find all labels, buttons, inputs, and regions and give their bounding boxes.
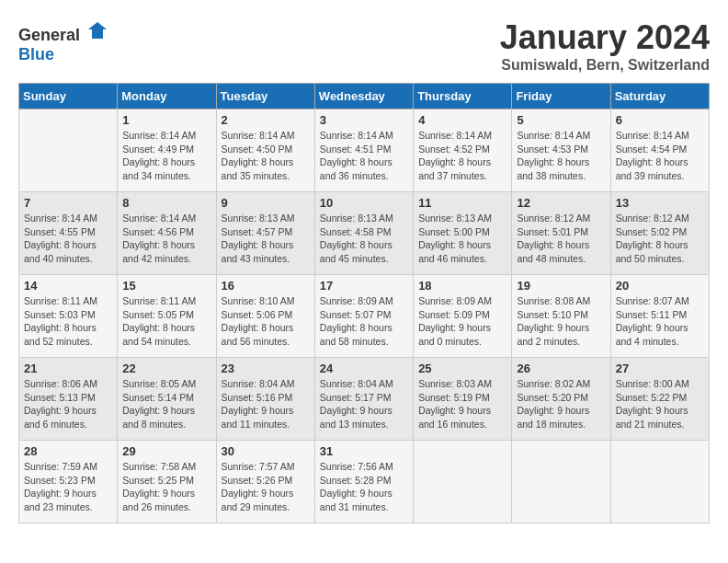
cell-info: Sunrise: 8:14 AM Sunset: 4:53 PM Dayligh… [517,129,605,183]
cell-info: Sunrise: 8:14 AM Sunset: 4:52 PM Dayligh… [418,129,506,183]
day-number: 7 [24,196,112,210]
cell-info: Sunrise: 8:02 AM Sunset: 5:20 PM Dayligh… [517,377,605,431]
day-number: 15 [122,279,210,293]
logo-text: General Blue [18,18,108,64]
calendar-cell: 15Sunrise: 8:11 AM Sunset: 5:05 PM Dayli… [118,275,216,358]
day-number: 19 [517,279,605,293]
day-number: 18 [418,279,506,293]
calendar-cell: 19Sunrise: 8:08 AM Sunset: 5:10 PM Dayli… [512,275,610,358]
cell-info: Sunrise: 8:07 AM Sunset: 5:11 PM Dayligh… [616,294,704,349]
month-title: January 2024 [500,18,710,57]
cell-info: Sunrise: 7:57 AM Sunset: 5:26 PM Dayligh… [222,460,310,514]
calendar-cell: 7Sunrise: 8:14 AM Sunset: 4:55 PM Daylig… [19,192,118,275]
calendar-cell [19,109,118,192]
logo-icon [86,18,108,40]
location-title: Sumiswald, Bern, Switzerland [500,57,710,74]
day-number: 14 [24,279,112,293]
cell-info: Sunrise: 8:00 AM Sunset: 5:22 PM Dayligh… [616,377,704,431]
day-number: 30 [222,444,310,458]
day-number: 3 [320,113,408,127]
cell-info: Sunrise: 8:12 AM Sunset: 5:02 PM Dayligh… [616,212,704,266]
cell-info: Sunrise: 8:04 AM Sunset: 5:16 PM Dayligh… [222,377,310,431]
calendar-cell: 6Sunrise: 8:14 AM Sunset: 4:54 PM Daylig… [610,109,709,192]
cell-info: Sunrise: 8:10 AM Sunset: 5:06 PM Dayligh… [222,294,310,349]
cell-info: Sunrise: 8:04 AM Sunset: 5:17 PM Dayligh… [320,377,408,431]
calendar-cell: 28Sunrise: 7:59 AM Sunset: 5:23 PM Dayli… [19,441,118,523]
cell-info: Sunrise: 8:08 AM Sunset: 5:10 PM Dayligh… [517,294,605,349]
calendar-week-row: 28Sunrise: 7:59 AM Sunset: 5:23 PM Dayli… [19,441,710,523]
day-number: 5 [517,113,605,127]
calendar-cell: 12Sunrise: 8:12 AM Sunset: 5:01 PM Dayli… [512,192,610,275]
calendar-day-header: Sunday [19,84,118,109]
calendar-week-row: 21Sunrise: 8:06 AM Sunset: 5:13 PM Dayli… [19,358,710,441]
day-number: 20 [616,279,704,293]
day-number: 12 [517,196,605,210]
calendar-cell: 27Sunrise: 8:00 AM Sunset: 5:22 PM Dayli… [610,358,709,441]
cell-info: Sunrise: 8:11 AM Sunset: 5:03 PM Dayligh… [24,294,112,349]
day-number: 22 [122,362,210,375]
cell-info: Sunrise: 8:09 AM Sunset: 5:09 PM Dayligh… [418,294,506,349]
calendar-cell: 16Sunrise: 8:10 AM Sunset: 5:06 PM Dayli… [216,275,314,358]
calendar-cell: 21Sunrise: 8:06 AM Sunset: 5:13 PM Dayli… [19,358,118,441]
calendar-day-header: Wednesday [314,84,413,109]
calendar-cell: 31Sunrise: 7:56 AM Sunset: 5:28 PM Dayli… [314,441,413,523]
day-number: 13 [616,196,704,210]
calendar-cell [512,441,610,523]
calendar-day-header: Thursday [414,84,512,109]
calendar-cell: 26Sunrise: 8:02 AM Sunset: 5:20 PM Dayli… [512,358,610,441]
day-number: 21 [24,362,112,375]
cell-info: Sunrise: 8:14 AM Sunset: 4:51 PM Dayligh… [320,129,408,183]
cell-info: Sunrise: 8:13 AM Sunset: 4:57 PM Dayligh… [222,212,310,266]
calendar-cell: 5Sunrise: 8:14 AM Sunset: 4:53 PM Daylig… [512,109,610,192]
calendar-cell: 23Sunrise: 8:04 AM Sunset: 5:16 PM Dayli… [216,358,314,441]
calendar-cell: 22Sunrise: 8:05 AM Sunset: 5:14 PM Dayli… [118,358,216,441]
day-number: 25 [418,362,506,375]
day-number: 28 [24,444,112,458]
day-number: 29 [122,444,210,458]
calendar-cell: 4Sunrise: 8:14 AM Sunset: 4:52 PM Daylig… [414,109,512,192]
day-number: 16 [222,279,310,293]
calendar-day-header: Tuesday [216,84,314,109]
calendar-cell: 18Sunrise: 8:09 AM Sunset: 5:09 PM Dayli… [414,275,512,358]
cell-info: Sunrise: 8:06 AM Sunset: 5:13 PM Dayligh… [24,377,112,431]
calendar-cell: 17Sunrise: 8:09 AM Sunset: 5:07 PM Dayli… [314,275,413,358]
calendar-week-row: 14Sunrise: 8:11 AM Sunset: 5:03 PM Dayli… [19,275,710,358]
day-number: 9 [222,196,310,210]
calendar-table: SundayMondayTuesdayWednesdayThursdayFrid… [18,83,710,523]
calendar-cell: 20Sunrise: 8:07 AM Sunset: 5:11 PM Dayli… [610,275,709,358]
cell-info: Sunrise: 8:14 AM Sunset: 4:50 PM Dayligh… [222,129,310,183]
day-number: 24 [320,362,408,375]
calendar-week-row: 1Sunrise: 8:14 AM Sunset: 4:49 PM Daylig… [19,109,710,192]
calendar-week-row: 7Sunrise: 8:14 AM Sunset: 4:55 PM Daylig… [19,192,710,275]
cell-info: Sunrise: 8:03 AM Sunset: 5:19 PM Dayligh… [418,377,506,431]
title-area: January 2024 Sumiswald, Bern, Switzerlan… [500,18,710,74]
svg-marker-0 [88,22,107,39]
cell-info: Sunrise: 8:14 AM Sunset: 4:55 PM Dayligh… [24,212,112,266]
day-number: 26 [517,362,605,375]
cell-info: Sunrise: 8:13 AM Sunset: 4:58 PM Dayligh… [320,212,408,266]
cell-info: Sunrise: 8:13 AM Sunset: 5:00 PM Dayligh… [418,212,506,266]
logo-general: General [18,26,80,44]
logo-blue: Blue [18,45,54,63]
calendar-cell: 8Sunrise: 8:14 AM Sunset: 4:56 PM Daylig… [118,192,216,275]
calendar-cell: 10Sunrise: 8:13 AM Sunset: 4:58 PM Dayli… [314,192,413,275]
calendar-cell [610,441,709,523]
calendar-day-header: Saturday [610,84,709,109]
cell-info: Sunrise: 7:59 AM Sunset: 5:23 PM Dayligh… [24,460,112,514]
calendar-cell: 13Sunrise: 8:12 AM Sunset: 5:02 PM Dayli… [610,192,709,275]
cell-info: Sunrise: 8:12 AM Sunset: 5:01 PM Dayligh… [517,212,605,266]
calendar-body: 1Sunrise: 8:14 AM Sunset: 4:49 PM Daylig… [19,109,710,523]
page-header: General Blue January 2024 Sumiswald, Ber… [18,18,710,74]
cell-info: Sunrise: 8:14 AM Sunset: 4:56 PM Dayligh… [122,212,210,266]
cell-info: Sunrise: 8:05 AM Sunset: 5:14 PM Dayligh… [122,377,210,431]
day-number: 17 [320,279,408,293]
day-number: 27 [616,362,704,375]
calendar-cell: 9Sunrise: 8:13 AM Sunset: 4:57 PM Daylig… [216,192,314,275]
calendar-cell: 24Sunrise: 8:04 AM Sunset: 5:17 PM Dayli… [314,358,413,441]
calendar-cell: 2Sunrise: 8:14 AM Sunset: 4:50 PM Daylig… [216,109,314,192]
calendar-day-header: Friday [512,84,610,109]
calendar-cell: 29Sunrise: 7:58 AM Sunset: 5:25 PM Dayli… [118,441,216,523]
calendar-cell: 11Sunrise: 8:13 AM Sunset: 5:00 PM Dayli… [414,192,512,275]
day-number: 1 [122,113,210,127]
day-number: 2 [222,113,310,127]
